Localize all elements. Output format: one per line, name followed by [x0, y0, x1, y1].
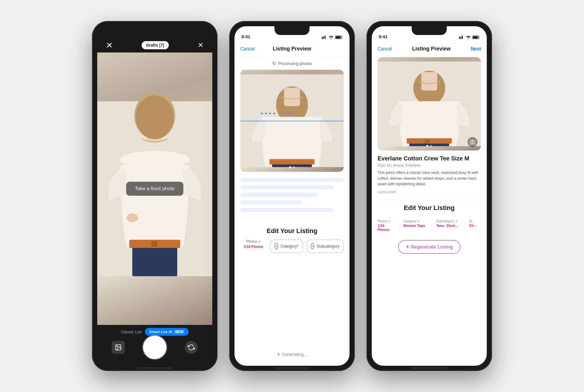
- subcategory-icon: +: [311, 243, 314, 249]
- result-carousel-dots: [426, 145, 432, 147]
- camera-bottom-bar: Classic List Smart List AI BETA: [97, 325, 212, 366]
- home-indicator-2: [274, 368, 310, 369]
- svg-point-10: [117, 346, 118, 347]
- result-brand-tab[interactable]: Br... Ev...: [469, 219, 481, 232]
- camera-controls: [106, 336, 204, 359]
- category-icon: +: [274, 243, 278, 249]
- ai-detection-dots: [261, 113, 289, 114]
- regenerate-button[interactable]: ✦ Regenerate Listing: [398, 240, 460, 254]
- next-button-3[interactable]: Next: [471, 46, 481, 52]
- phone-2: 9:41: [229, 21, 355, 371]
- generating-status: ✦ Generating...: [277, 352, 307, 357]
- status-icons-3: [459, 36, 480, 39]
- cancel-button-2[interactable]: Cancel: [240, 46, 255, 52]
- category-tab[interactable]: + Category*: [270, 239, 303, 253]
- listing-image-bg: [240, 70, 344, 172]
- svg-rect-23: [460, 36, 461, 39]
- shutter-button[interactable]: [143, 336, 166, 359]
- result-subcategory-tab[interactable]: Subcategory ∨ Tees- Short...: [436, 219, 460, 232]
- skeleton-bar-4: [240, 200, 302, 204]
- svg-rect-24: [462, 36, 463, 39]
- svg-rect-22: [459, 37, 460, 39]
- phone-1: ✕ Drafts (7) ✕: [92, 21, 218, 371]
- ai-scan-line: [240, 121, 344, 121]
- ai-dot: [269, 113, 271, 114]
- edit-listing-title-2: Edit Your Listing: [240, 227, 344, 235]
- result-subcat-value: Tees- Short...: [436, 224, 458, 228]
- result-image: [378, 57, 481, 150]
- svg-rect-19: [284, 88, 300, 106]
- listing-tabs-2: Photos ∨ 1/16 Photos + Category* + Subca…: [240, 239, 344, 253]
- edit-photo-icon[interactable]: [467, 137, 477, 147]
- classic-list-label[interactable]: Classic List: [121, 330, 142, 334]
- result-dot: [426, 145, 428, 147]
- nav-title-3: Listing Preview: [412, 46, 451, 52]
- edit-listing-section-2: Edit Your Listing Photos ∨ 1/16 Photos +…: [234, 221, 350, 253]
- svg-rect-11: [322, 37, 323, 39]
- drafts-pill[interactable]: Drafts (7): [142, 41, 169, 49]
- result-image-container: [378, 57, 481, 150]
- subcategory-tab-label: Subcategory: [317, 244, 340, 249]
- category-tab-label: Category*: [281, 244, 299, 249]
- carousel-dot: [293, 166, 295, 168]
- flash-icon[interactable]: ✕: [198, 41, 204, 49]
- result-tabs-row: Photos ∨ 1/16 Photos Category ∨ Women To…: [372, 219, 487, 232]
- listing-image-processing: [240, 70, 344, 172]
- svg-point-14: [331, 38, 332, 39]
- home-indicator-1: [137, 368, 172, 369]
- image-carousel-dots: [289, 166, 295, 168]
- carousel-dot: [289, 166, 291, 168]
- svg-point-25: [468, 38, 469, 39]
- tab-divider: [399, 219, 399, 230]
- nav-bar-3: Cancel Listing Preview Next: [372, 41, 487, 57]
- status-time-2: 9:41: [241, 34, 250, 39]
- result-photos-value: 1/16 Photos: [378, 224, 394, 232]
- notch-2: [274, 26, 310, 35]
- phone-2-screen: 9:41: [234, 26, 350, 366]
- edit-listing-section-3: Edit Your Listing: [372, 200, 487, 219]
- camera-preview: Take a front photo: [97, 52, 212, 325]
- loading-skeleton: [234, 172, 350, 221]
- svg-rect-33: [425, 140, 430, 144]
- close-button[interactable]: ✕: [106, 41, 113, 50]
- listing-mode-selector: Classic List Smart List AI BETA: [121, 328, 189, 336]
- status-icons-2: [322, 36, 343, 39]
- skeleton-bar-2: [240, 185, 333, 189]
- nav-title-2: Listing Preview: [273, 46, 311, 52]
- listing-details: Everlane Cotton Crew Tee Size M Size: M …: [372, 150, 487, 200]
- svg-rect-7: [151, 241, 157, 247]
- svg-point-35: [472, 142, 473, 144]
- status-time-3: 9:41: [379, 34, 387, 39]
- front-photo-prompt: Take a front photo: [126, 182, 183, 196]
- category-section-label: CATEGORY: [378, 190, 481, 194]
- photos-tab-label: Photos ∨: [246, 239, 261, 244]
- product-description: This piece offers a classic crew neck, o…: [378, 170, 481, 187]
- ai-dot: [261, 113, 263, 114]
- phone-1-screen: ✕ Drafts (7) ✕: [97, 26, 212, 366]
- phone-3: 9:41: [366, 21, 492, 371]
- gallery-button[interactable]: [112, 341, 125, 354]
- svg-rect-30: [421, 72, 437, 91]
- notch-3: [412, 26, 447, 35]
- photos-tab-value: 1/16 Photos: [244, 245, 263, 249]
- tab-divider-2: [431, 219, 432, 230]
- notch-1: [137, 26, 172, 35]
- phone-3-screen: 9:41: [372, 26, 487, 366]
- product-title: Everlane Cotton Crew Tee Size M: [378, 155, 481, 162]
- flip-camera-button[interactable]: [185, 341, 198, 354]
- subcategory-tab[interactable]: + Subcategory: [307, 239, 344, 253]
- ai-dot: [287, 113, 289, 114]
- result-photos-tab[interactable]: Photos ∨ 1/16 Photos: [378, 219, 394, 232]
- svg-rect-13: [325, 36, 326, 39]
- ai-dot: [283, 113, 285, 114]
- svg-rect-21: [270, 159, 314, 164]
- skeleton-bar-5: [240, 208, 333, 212]
- photos-tab[interactable]: Photos ∨ 1/16 Photos: [240, 239, 267, 253]
- svg-rect-12: [323, 36, 324, 39]
- cancel-button-3[interactable]: Cancel: [378, 46, 392, 52]
- smart-list-pill[interactable]: Smart List AI BETA: [145, 328, 189, 336]
- result-subcat-label: Subcategory ∨: [436, 219, 458, 223]
- product-meta: Size: M | Brand: Everlane: [378, 163, 481, 167]
- result-category-tab[interactable]: Category ∨ Women Tops: [403, 219, 427, 232]
- svg-rect-27: [473, 36, 478, 38]
